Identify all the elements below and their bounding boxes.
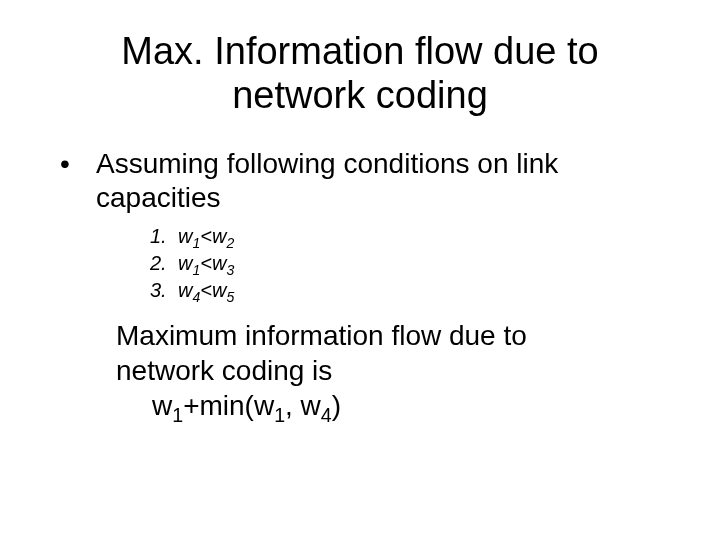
bullet-line-1: Assuming following conditions on link: [96, 148, 558, 179]
title-line-1: Max. Information flow due to: [121, 30, 598, 72]
bullet-marker: •: [60, 147, 96, 181]
condition-2-expr: w1<w3: [178, 250, 234, 277]
bullet-item: • Assuming following conditions on link …: [60, 147, 680, 214]
slide-body: • Assuming following conditions on link …: [60, 147, 680, 422]
condition-3-number: 3.: [150, 277, 178, 304]
conclusion-line-1: Maximum information flow due to: [116, 320, 527, 351]
slide: Max. Information flow due to network cod…: [0, 0, 720, 540]
conclusion-expression: w1+min(w1, w4): [152, 390, 341, 421]
conclusion: Maximum information flow due to network …: [116, 318, 680, 423]
condition-1: 1. w1<w2: [150, 223, 680, 250]
condition-2-number: 2.: [150, 250, 178, 277]
condition-1-number: 1.: [150, 223, 178, 250]
conclusion-line-2: network coding is: [116, 355, 332, 386]
conditions-list: 1. w1<w2 2. w1<w3 3. w4<w5: [150, 223, 680, 304]
condition-3-expr: w4<w5: [178, 277, 234, 304]
bullet-line-2: capacities: [96, 182, 221, 213]
condition-1-expr: w1<w2: [178, 223, 234, 250]
condition-3: 3. w4<w5: [150, 277, 680, 304]
slide-title: Max. Information flow due to network cod…: [100, 30, 620, 117]
condition-2: 2. w1<w3: [150, 250, 680, 277]
title-line-2: network coding: [232, 74, 488, 116]
bullet-text: Assuming following conditions on link ca…: [96, 147, 558, 214]
